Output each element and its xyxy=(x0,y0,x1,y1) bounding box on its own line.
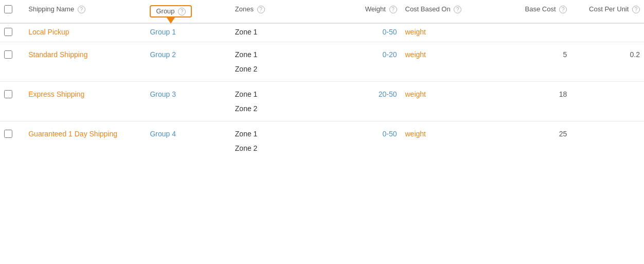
th-weight-label: Weight xyxy=(365,5,386,13)
group-highlighted-wrapper: Group ? xyxy=(150,5,192,17)
th-cost-per-unit: Cost Per Unit ? xyxy=(571,0,644,23)
cost-based-on-help-icon[interactable]: ? xyxy=(454,6,461,13)
group-help-icon[interactable]: ? xyxy=(178,8,186,15)
zone-2-express-shipping: Zone 2 xyxy=(231,102,304,121)
group-express-shipping: Group 3 xyxy=(146,82,230,121)
shipping-name-express-shipping: Express Shipping xyxy=(24,82,146,121)
shipping-table-container: Shipping Name ? Group ? Zones ? xyxy=(0,0,644,161)
zone-1-local-pickup: Zone 1 xyxy=(231,23,304,42)
weight-label-local-pickup: 0-50 xyxy=(308,28,397,36)
shipping-table: Shipping Name ? Group ? Zones ? xyxy=(0,0,644,161)
shipping-name-label-standard-shipping[interactable]: Standard Shipping xyxy=(28,50,87,59)
zone-1-label-standard-shipping: Zone 1 xyxy=(235,50,258,59)
base-cost-label-guaranteed-shipping: 25 xyxy=(502,130,567,138)
cost-based-on-local-pickup: weight xyxy=(401,23,498,42)
group-label-standard-shipping: Group 2 xyxy=(150,50,176,59)
base-cost-local-pickup xyxy=(498,23,571,42)
cost-based-on-guaranteed-shipping: weight xyxy=(401,121,498,161)
group-local-pickup: Group 1 xyxy=(146,23,230,42)
th-cost-based-on-label: Cost Based On xyxy=(405,5,451,13)
table-row-standard-shipping: Standard ShippingGroup 2Zone 10-20weight… xyxy=(0,42,644,63)
cost-based-on-label-standard-shipping: weight xyxy=(405,50,426,59)
cost-based-on-label-express-shipping: weight xyxy=(405,90,426,98)
shipping-name-standard-shipping: Standard Shipping xyxy=(24,42,146,82)
cost-based-on-label-local-pickup: weight xyxy=(405,28,426,36)
shipping-name-label-guaranteed-shipping[interactable]: Guaranteed 1 Day Shipping xyxy=(28,130,117,138)
zone-2-guaranteed-shipping: Zone 2 xyxy=(231,142,304,161)
checkbox-guaranteed-shipping[interactable] xyxy=(4,130,12,138)
weight-standard-shipping: 0-20 xyxy=(304,42,401,82)
base-cost-label-express-shipping: 18 xyxy=(502,90,567,98)
checkbox-standard-shipping[interactable] xyxy=(4,50,12,59)
zone-2-label-guaranteed-shipping: Zone 2 xyxy=(235,144,258,152)
th-zones: Zones ? xyxy=(231,0,304,23)
group-label-guaranteed-shipping: Group 4 xyxy=(150,130,176,138)
checkbox-local-pickup[interactable] xyxy=(4,28,12,36)
cost-per-unit-standard-shipping: 0.2 xyxy=(571,42,644,82)
shipping-name-label-express-shipping[interactable]: Express Shipping xyxy=(28,90,84,98)
zone-2-standard-shipping: Zone 2 xyxy=(231,63,304,82)
zone-1-standard-shipping: Zone 1 xyxy=(231,42,304,63)
group-label-express-shipping: Group 3 xyxy=(150,90,176,98)
zone-1-guaranteed-shipping: Zone 1 xyxy=(231,121,304,143)
zone-2-label-express-shipping: Zone 2 xyxy=(235,104,258,113)
table-header-row: Shipping Name ? Group ? Zones ? xyxy=(0,0,644,23)
weight-guaranteed-shipping: 0-50 xyxy=(304,121,401,161)
th-check xyxy=(0,0,24,23)
cost-based-on-express-shipping: weight xyxy=(401,82,498,121)
table-row-local-pickup: Local PickupGroup 1Zone 10-50weight xyxy=(0,23,644,42)
row-check-local-pickup[interactable] xyxy=(0,23,24,42)
cost-per-unit-help-icon[interactable]: ? xyxy=(632,6,640,13)
weight-express-shipping: 20-50 xyxy=(304,82,401,121)
th-shipping-name: Shipping Name ? xyxy=(24,0,146,23)
group-guaranteed-shipping: Group 4 xyxy=(146,121,230,161)
cost-based-on-label-guaranteed-shipping: weight xyxy=(405,130,426,138)
base-cost-standard-shipping: 5 xyxy=(498,42,571,82)
zone-1-label-guaranteed-shipping: Zone 1 xyxy=(235,130,258,138)
zone-2-label-standard-shipping: Zone 2 xyxy=(235,65,258,73)
group-header-highlight: Group ? xyxy=(150,5,192,17)
select-all-checkbox[interactable] xyxy=(4,5,12,13)
th-group-label: Group xyxy=(156,7,174,15)
group-label-local-pickup: Group 1 xyxy=(150,28,176,36)
zone-1-label-express-shipping: Zone 1 xyxy=(235,90,258,98)
th-cost-based-on: Cost Based On ? xyxy=(401,0,498,23)
base-cost-express-shipping: 18 xyxy=(498,82,571,121)
weight-label-express-shipping: 20-50 xyxy=(308,90,397,98)
row-check-guaranteed-shipping[interactable] xyxy=(0,121,24,161)
weight-label-guaranteed-shipping: 0-50 xyxy=(308,130,397,138)
checkbox-express-shipping[interactable] xyxy=(4,90,12,98)
shipping-name-label-local-pickup[interactable]: Local Pickup xyxy=(28,28,69,36)
base-cost-guaranteed-shipping: 25 xyxy=(498,121,571,161)
base-cost-label-standard-shipping: 5 xyxy=(502,50,567,59)
group-standard-shipping: Group 2 xyxy=(146,42,230,82)
th-cost-per-unit-label: Cost Per Unit xyxy=(589,5,629,13)
row-check-standard-shipping[interactable] xyxy=(0,42,24,82)
base-cost-help-icon[interactable]: ? xyxy=(559,6,567,13)
cost-per-unit-guaranteed-shipping xyxy=(571,121,644,161)
shipping-name-help-icon[interactable]: ? xyxy=(78,6,85,13)
cost-based-on-standard-shipping: weight xyxy=(401,42,498,82)
cost-per-unit-label-standard-shipping: 0.2 xyxy=(575,50,640,59)
weight-help-icon[interactable]: ? xyxy=(389,6,397,13)
th-group: Group ? xyxy=(146,0,230,23)
weight-label-standard-shipping: 0-20 xyxy=(308,50,397,59)
th-shipping-name-label: Shipping Name xyxy=(28,5,74,13)
th-zones-label: Zones xyxy=(235,5,254,13)
zone-1-express-shipping: Zone 1 xyxy=(231,82,304,103)
weight-local-pickup: 0-50 xyxy=(304,23,401,42)
shipping-name-local-pickup: Local Pickup xyxy=(24,23,146,42)
th-weight: Weight ? xyxy=(304,0,401,23)
th-base-cost-label: Base Cost xyxy=(525,5,556,13)
cost-per-unit-express-shipping xyxy=(571,82,644,121)
group-arrow-icon xyxy=(167,17,175,24)
th-base-cost: Base Cost ? xyxy=(498,0,571,23)
table-row-express-shipping: Express ShippingGroup 3Zone 120-50weight… xyxy=(0,82,644,103)
table-row-guaranteed-shipping: Guaranteed 1 Day ShippingGroup 4Zone 10-… xyxy=(0,121,644,143)
row-check-express-shipping[interactable] xyxy=(0,82,24,121)
zone-1-label-local-pickup: Zone 1 xyxy=(235,28,258,36)
zones-help-icon[interactable]: ? xyxy=(257,6,265,13)
shipping-name-guaranteed-shipping: Guaranteed 1 Day Shipping xyxy=(24,121,146,161)
cost-per-unit-local-pickup xyxy=(571,23,644,42)
